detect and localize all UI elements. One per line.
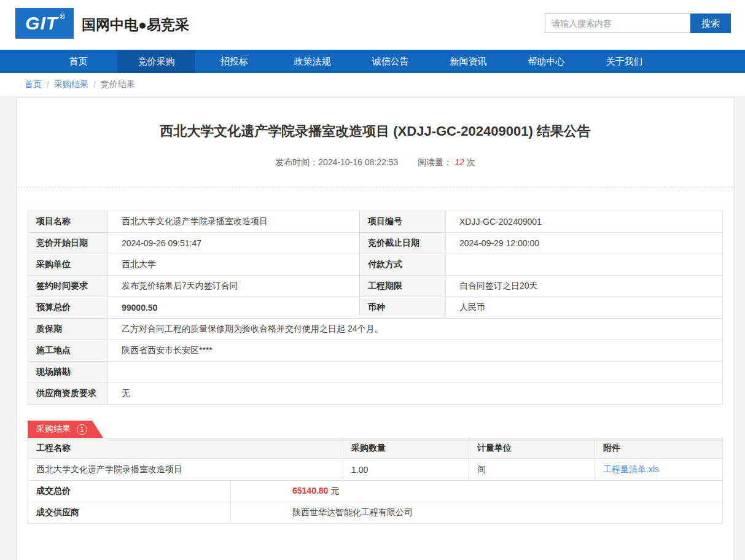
views-count: 12 [454,157,464,167]
nav-item-about-us[interactable]: 关于我们 [585,50,663,73]
breadcrumb-procurement-results[interactable]: 采购结果 [54,79,88,90]
breadcrumb-home[interactable]: 首页 [25,79,42,90]
table-row: 西北大学文化遗产学院录播室改造项目 1.00 间 工程量清单.xls [28,459,723,481]
nav-item-news[interactable]: 新闻资讯 [429,50,507,73]
field-label: 签约时间要求 [28,276,108,297]
field-value: 西北大学文化遗产学院录播室改造项目 [108,211,360,233]
field-label: 项目编号 [360,211,446,233]
field-label: 预算总价 [28,297,108,319]
field-label: 供应商资质要求 [28,383,108,405]
result-table: 工程名称 采购数量 计量单位 附件 西北大学文化遗产学院录播室改造项目 1.00… [28,438,723,481]
nav-item-policies[interactable]: 政策法规 [273,50,351,73]
announcement-card: 西北大学文化遗产学院录播室改造项目 (XDJJ-GC-202409001) 结果… [16,97,735,560]
field-value: 2024-09-26 09:51:47 [108,233,360,254]
search-button[interactable]: 搜索 [690,14,731,33]
deal-supplier-label: 成交供应商 [28,502,231,524]
unit-cell: 间 [469,459,595,481]
field-label: 采购单位 [28,254,108,276]
column-header: 附件 [595,438,723,459]
table-row: 成交总价 65140.80元 [28,481,723,502]
field-value: 人民币 [446,297,723,319]
table-row: 采购单位 西北大学 付款方式 [28,254,723,276]
publish-meta: 发布时间：2024-10-16 08:22:53阅读量：12次 [28,157,723,168]
field-label: 施工地点 [28,340,108,362]
search-input[interactable] [545,14,690,33]
deal-summary-table: 成交总价 65140.80元 成交供应商 陕西世华达智能化工程有限公司 [28,480,723,524]
registered-trademark-icon: ® [60,12,66,21]
attachment-cell: 工程量清单.xls [595,459,723,481]
badge-count-icon: 1 [77,424,87,435]
breadcrumb-separator: / [47,80,49,90]
nav-item-integrity-notice[interactable]: 诚信公告 [351,50,429,73]
field-label: 质保期 [28,319,108,340]
field-value: 乙方对合同工程的质量保修期为验收合格并交付使用之日起 24个月。 [108,319,723,340]
site-logo[interactable]: GIT® [15,8,74,39]
table-row: 预算总价 99000.50 币种 人民币 [28,297,723,319]
column-header: 工程名称 [28,438,343,459]
field-label: 现场踏勘 [28,362,108,383]
views-unit: 次 [467,157,475,167]
field-value: 发布竞价结果后7天内签订合同 [108,276,360,297]
table-row: 质保期 乙方对合同工程的质量保修期为验收合格并交付使用之日起 24个月。 [28,319,723,340]
breadcrumb-separator: / [93,80,96,90]
field-value: 2024-09-29 12:00:00 [446,233,723,254]
page-title: 西北大学文化遗产学院录播室改造项目 (XDJJ-GC-202409001) 结果… [28,98,723,141]
table-row: 签约时间要求 发布竞价结果后7天内签订合同 工程期限 自合同签订之日20天 [28,276,723,297]
main-nav: 首页 竞价采购 招投标 政策法规 诚信公告 新闻资讯 帮助中心 关于我们 [0,50,745,73]
search-area: 搜索 [545,14,731,33]
dashed-divider [17,187,733,187]
deal-supplier-value: 陕西世华达智能化工程有限公司 [231,502,723,524]
publish-time-label: 发布时间： [275,157,318,167]
column-header: 计量单位 [469,438,595,459]
field-value: XDJJ-GC-202409001 [446,211,723,233]
table-header-row: 工程名称 采购数量 计量单位 附件 [28,438,723,459]
table-row: 竞价开始日期 2024-09-26 09:51:47 竞价截止日期 2024-0… [28,233,723,254]
logo-text: GIT [25,13,58,34]
project-info-table: 项目名称 西北大学文化遗产学院录播室改造项目 项目编号 XDJJ-GC-2024… [28,211,723,405]
site-title: 国网中电●易竞采 [82,15,189,34]
field-label: 币种 [360,297,446,319]
nav-item-home[interactable]: 首页 [39,50,117,73]
table-row: 施工地点 陕西省西安市长安区**** [28,340,723,362]
field-label: 竞价开始日期 [28,233,108,254]
site-header: GIT® 国网中电●易竞采 搜索 [0,0,745,50]
field-value: 自合同签订之日20天 [446,276,723,297]
field-label: 项目名称 [28,211,108,233]
deal-total-value: 65140.80元 [231,481,723,502]
page-background: 西北大学文化遗产学院录播室改造项目 (XDJJ-GC-202409001) 结果… [0,97,745,560]
breadcrumb-current: 竞价结果 [101,79,135,90]
field-value: 无 [108,383,723,405]
field-value: 西北大学 [108,254,360,276]
table-row: 供应商资质要求 无 [28,383,723,405]
publish-time-value: 2024-10-16 08:22:53 [318,157,398,167]
field-value [446,254,723,276]
project-name-cell: 西北大学文化遗产学院录播室改造项目 [28,459,343,481]
field-label: 付款方式 [360,254,446,276]
table-row: 现场踏勘 [28,362,723,383]
table-row: 成交供应商 陕西世华达智能化工程有限公司 [28,502,723,524]
nav-item-bidding-procurement[interactable]: 竞价采购 [117,50,195,73]
nav-item-help-center[interactable]: 帮助中心 [507,50,585,73]
attachment-link[interactable]: 工程量清单.xls [603,464,659,474]
field-value [108,362,723,383]
field-value: 陕西省西安市长安区**** [108,340,723,362]
table-row: 项目名称 西北大学文化遗产学院录播室改造项目 项目编号 XDJJ-GC-2024… [28,211,723,233]
field-label: 竞价截止日期 [360,233,446,254]
deal-total-unit: 元 [330,486,339,496]
procurement-result-badge: 采购结果 1 [28,421,103,438]
column-header: 采购数量 [343,438,469,459]
budget-total-value: 99000.50 [108,297,360,319]
breadcrumb: 首页 / 采购结果 / 竞价结果 [0,73,745,97]
nav-item-tender[interactable]: 招投标 [195,50,273,73]
badge-label: 采购结果 [36,424,71,435]
deal-total-label: 成交总价 [28,481,231,502]
deal-total-amount: 65140.80 [292,486,328,496]
views-label: 阅读量： [418,157,452,167]
quantity-cell: 1.00 [343,459,469,481]
field-label: 工程期限 [360,276,446,297]
